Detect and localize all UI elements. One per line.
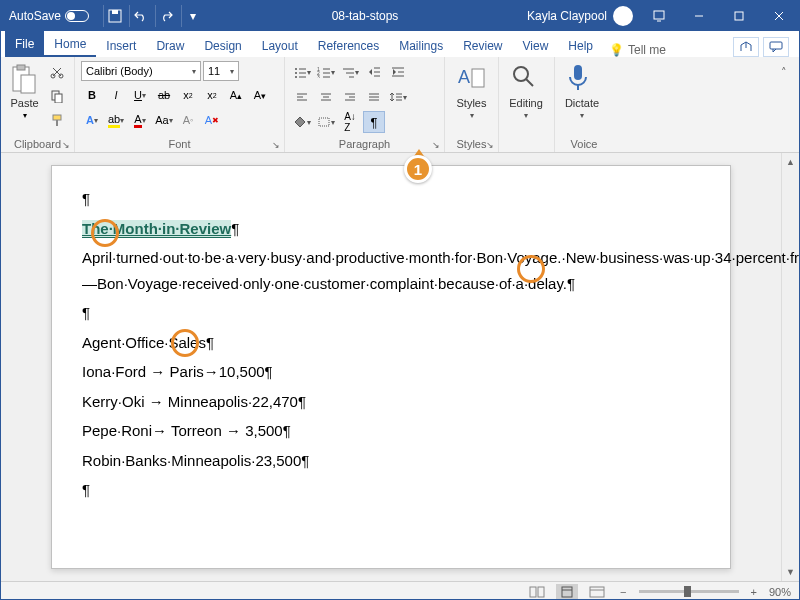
document-page[interactable]: ¶ The·Month·in·Review¶ April·turned·out·… xyxy=(51,165,731,569)
tab-references[interactable]: References xyxy=(308,35,389,57)
format-painter-icon[interactable] xyxy=(46,109,68,131)
maximize-button[interactable] xyxy=(719,1,759,31)
styles-label: Styles xyxy=(457,97,487,109)
font-size-combobox[interactable]: 11▾ xyxy=(203,61,239,81)
user-account[interactable]: Kayla Claypool xyxy=(521,6,639,26)
avatar-icon xyxy=(613,6,633,26)
highlight-button[interactable]: ab▾ xyxy=(105,109,127,131)
strikethrough-button[interactable]: ab xyxy=(153,84,175,106)
grow-font-button[interactable]: A▴ xyxy=(225,84,247,106)
zoom-slider-thumb[interactable] xyxy=(684,586,691,597)
bullets-button[interactable]: ▾ xyxy=(291,61,313,83)
scroll-down-icon[interactable]: ▼ xyxy=(784,565,798,579)
editing-button[interactable]: Editing▾ xyxy=(505,61,547,120)
show-hide-paragraph-button[interactable]: ¶ xyxy=(363,111,385,133)
ribbon-display-options-icon[interactable] xyxy=(639,1,679,31)
tab-file[interactable]: File xyxy=(5,31,44,57)
svg-text:3: 3 xyxy=(317,74,320,78)
quick-access-toolbar: ▾ xyxy=(97,5,209,27)
paragraph-mark: ¶ xyxy=(231,220,239,237)
line-spacing-button[interactable]: ▾ xyxy=(387,86,409,108)
align-right-button[interactable] xyxy=(339,86,361,108)
align-left-button[interactable] xyxy=(291,86,313,108)
paste-icon xyxy=(9,63,41,95)
window-controls xyxy=(679,1,799,31)
tab-mailings[interactable]: Mailings xyxy=(389,35,453,57)
tab-layout[interactable]: Layout xyxy=(252,35,308,57)
read-mode-icon[interactable] xyxy=(526,584,548,600)
status-bar: − + 90% xyxy=(1,581,799,600)
change-case-button[interactable]: Aa▾ xyxy=(153,109,175,131)
multilevel-button[interactable]: ▾ xyxy=(339,61,361,83)
redo-icon[interactable] xyxy=(155,5,177,27)
svg-rect-61 xyxy=(538,587,544,597)
decrease-indent-button[interactable] xyxy=(363,61,385,83)
zoom-level[interactable]: 90% xyxy=(769,586,791,598)
tab-home[interactable]: Home xyxy=(44,33,96,57)
underline-button[interactable]: U▾ xyxy=(129,84,151,106)
shrink-font-button[interactable]: A▾ xyxy=(249,84,271,106)
minimize-button[interactable] xyxy=(679,1,719,31)
group-styles: A Styles▾ Styles ↘ xyxy=(445,57,499,152)
cut-icon[interactable] xyxy=(46,61,68,83)
tab-draw[interactable]: Draw xyxy=(146,35,194,57)
paste-label: Paste xyxy=(10,97,38,109)
zoom-out-button[interactable]: − xyxy=(616,586,630,598)
save-icon[interactable] xyxy=(103,5,125,27)
sort-button[interactable]: A↓Z xyxy=(339,111,361,133)
autosave-toggle[interactable]: AutoSave xyxy=(1,9,97,23)
increase-indent-button[interactable] xyxy=(387,61,409,83)
zoom-slider[interactable] xyxy=(639,590,739,593)
tab-design[interactable]: Design xyxy=(194,35,251,57)
vertical-scrollbar[interactable]: ▲ ▼ xyxy=(781,153,799,581)
lightbulb-icon: 💡 xyxy=(609,43,624,57)
borders-button[interactable]: ▾ xyxy=(315,111,337,133)
char-shading-button[interactable]: A◦ xyxy=(177,109,199,131)
group-label-editing xyxy=(505,136,548,152)
autosave-switch[interactable] xyxy=(65,10,89,22)
font-launcher-icon[interactable]: ↘ xyxy=(272,140,282,150)
align-center-button[interactable] xyxy=(315,86,337,108)
share-button[interactable] xyxy=(733,37,759,57)
close-button[interactable] xyxy=(759,1,799,31)
tab-insert[interactable]: Insert xyxy=(96,35,146,57)
tab-help[interactable]: Help xyxy=(558,35,603,57)
subscript-button[interactable]: x2 xyxy=(177,84,199,106)
group-font: Calibri (Body)▾ 11▾ B I U▾ ab x2 x2 A▴ A… xyxy=(75,57,285,152)
comments-button[interactable] xyxy=(763,37,789,57)
copy-icon[interactable] xyxy=(46,85,68,107)
tab-view[interactable]: View xyxy=(513,35,559,57)
body-paragraph-1: April·turned·out·to·be·a·very·busy·and·p… xyxy=(82,249,799,292)
paragraph-mark: ¶ xyxy=(82,477,700,503)
paragraph-launcher-icon[interactable]: ↘ xyxy=(432,140,442,150)
clipboard-launcher-icon[interactable]: ↘ xyxy=(62,140,72,150)
paragraph-mark: ¶ xyxy=(82,186,700,212)
numbering-button[interactable]: 123▾ xyxy=(315,61,337,83)
styles-launcher-icon[interactable]: ↘ xyxy=(486,140,496,150)
zoom-in-button[interactable]: + xyxy=(747,586,761,598)
font-color-button[interactable]: A▾ xyxy=(129,109,151,131)
shading-button[interactable]: ▾ xyxy=(291,111,313,133)
collapse-ribbon-icon[interactable]: ˄ xyxy=(773,61,795,83)
superscript-button[interactable]: x2 xyxy=(201,84,223,106)
bold-button[interactable]: B xyxy=(81,84,103,106)
print-layout-icon[interactable] xyxy=(556,584,578,600)
font-name-combobox[interactable]: Calibri (Body)▾ xyxy=(81,61,201,81)
svg-rect-1 xyxy=(112,10,118,14)
svg-rect-64 xyxy=(590,587,604,597)
paragraph-mark: ¶ xyxy=(567,275,575,292)
text-effects-button[interactable]: A▾ xyxy=(81,109,103,131)
scroll-up-icon[interactable]: ▲ xyxy=(784,155,798,169)
justify-button[interactable] xyxy=(363,86,385,108)
svg-rect-53 xyxy=(319,118,329,126)
web-layout-icon[interactable] xyxy=(586,584,608,600)
italic-button[interactable]: I xyxy=(105,84,127,106)
paste-button[interactable]: Paste ▾ xyxy=(7,61,42,120)
qat-customize-icon[interactable]: ▾ xyxy=(181,5,203,27)
clear-formatting-button[interactable]: A✖ xyxy=(201,109,223,131)
tab-review[interactable]: Review xyxy=(453,35,512,57)
styles-button[interactable]: A Styles▾ xyxy=(451,61,492,120)
dictate-button[interactable]: Dictate▾ xyxy=(561,61,603,120)
undo-icon[interactable] xyxy=(129,5,151,27)
tell-me-search[interactable]: 💡 Tell me xyxy=(609,43,666,57)
